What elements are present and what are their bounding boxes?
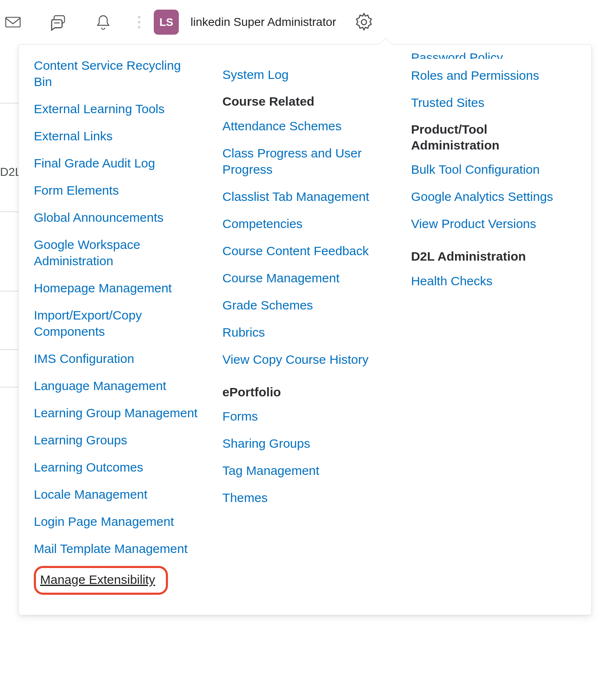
link-health-checks[interactable]: Health Checks: [411, 273, 576, 289]
link-roles-and-permissions[interactable]: Roles and Permissions: [411, 67, 576, 84]
avatar[interactable]: LS: [154, 10, 179, 35]
link-manage-extensibility[interactable]: Manage Extensibility: [40, 571, 155, 588]
link-classlist-tab-management[interactable]: Classlist Tab Management: [222, 188, 387, 205]
admin-col-3: Password Policy Roles and Permissions Tr…: [411, 57, 576, 306]
heading-d2l-admin: D2L Administration: [411, 249, 576, 264]
admin-col-2: System Log Course Related Attendance Sch…: [222, 57, 387, 522]
section-product-tool-admin: Product/Tool Administration Bulk Tool Co…: [411, 122, 576, 232]
heading-eportfolio: ePortfolio: [222, 384, 387, 400]
link-course-content-feedback[interactable]: Course Content Feedback: [222, 243, 387, 259]
link-learning-outcomes[interactable]: Learning Outcomes: [34, 459, 199, 475]
section-eportfolio: ePortfolio Forms Sharing Groups Tag Mana…: [222, 384, 387, 506]
link-view-product-versions[interactable]: View Product Versions: [411, 216, 576, 232]
link-external-links[interactable]: External Links: [34, 128, 199, 144]
username-label[interactable]: linkedin Super Administrator: [191, 15, 336, 29]
background-label: D2L: [0, 165, 18, 179]
svg-point-3: [361, 20, 366, 25]
link-login-page-management[interactable]: Login Page Management: [34, 513, 199, 530]
section-d2l-admin: D2L Administration Health Checks: [411, 249, 576, 289]
heading-course-related: Course Related: [222, 94, 387, 109]
link-google-workspace-administration[interactable]: Google Workspace Administration: [34, 236, 199, 269]
top-bar: LS linkedin Super Administrator: [0, 0, 600, 44]
link-form-elements[interactable]: Form Elements: [34, 182, 199, 198]
link-class-progress-user-progress[interactable]: Class Progress and User Progress: [222, 145, 387, 178]
svg-rect-0: [6, 18, 20, 27]
link-mail-template-management[interactable]: Mail Template Management: [34, 540, 199, 557]
link-google-analytics-settings[interactable]: Google Analytics Settings: [411, 188, 576, 205]
link-global-announcements[interactable]: Global Announcements: [34, 209, 199, 226]
link-competencies[interactable]: Competencies: [222, 216, 387, 232]
admin-tools-panel: Content Service Recycling Bin External L…: [18, 44, 592, 615]
link-forms[interactable]: Forms: [222, 408, 387, 424]
link-grade-schemes[interactable]: Grade Schemes: [222, 297, 387, 313]
link-homepage-management[interactable]: Homepage Management: [34, 280, 199, 296]
link-locale-management[interactable]: Locale Management: [34, 486, 199, 502]
admin-panel-wrapper: D2L Content Service Recycling Bin Extern…: [0, 44, 600, 632]
section-course-related: Course Related Attendance Schemes Class …: [222, 94, 387, 368]
link-language-management[interactable]: Language Management: [34, 378, 199, 394]
link-final-grade-audit-log[interactable]: Final Grade Audit Log: [34, 155, 199, 171]
link-external-learning-tools[interactable]: External Learning Tools: [34, 101, 199, 117]
link-themes[interactable]: Themes: [222, 489, 387, 506]
link-system-log[interactable]: System Log: [222, 66, 387, 83]
highlight-manage-extensibility: Manage Extensibility: [34, 566, 168, 595]
link-learning-groups[interactable]: Learning Groups: [34, 432, 199, 448]
link-import-export-copy-components[interactable]: Import/Export/Copy Components: [34, 307, 199, 340]
settings-gear-icon[interactable]: [352, 10, 376, 34]
notifications-icon[interactable]: [90, 9, 116, 35]
divider-dots-icon: [135, 14, 143, 30]
admin-col-1: Content Service Recycling Bin External L…: [34, 57, 199, 595]
mail-icon[interactable]: [0, 9, 26, 35]
link-view-copy-course-history[interactable]: View Copy Course History: [222, 351, 387, 368]
link-rubrics[interactable]: Rubrics: [222, 324, 387, 340]
link-password-policy-truncated[interactable]: Password Policy: [411, 51, 576, 59]
link-tag-management[interactable]: Tag Management: [222, 462, 387, 479]
link-ims-configuration[interactable]: IMS Configuration: [34, 350, 199, 367]
messages-icon[interactable]: [45, 9, 71, 35]
heading-product-tool-admin: Product/Tool Administration: [411, 122, 576, 153]
link-course-management[interactable]: Course Management: [222, 270, 387, 286]
link-content-service-recycling-bin[interactable]: Content Service Recycling Bin: [34, 57, 199, 90]
link-sharing-groups[interactable]: Sharing Groups: [222, 435, 387, 451]
link-attendance-schemes[interactable]: Attendance Schemes: [222, 118, 387, 134]
link-trusted-sites[interactable]: Trusted Sites: [411, 94, 576, 111]
link-learning-group-management[interactable]: Learning Group Management: [34, 405, 199, 421]
link-bulk-tool-configuration[interactable]: Bulk Tool Configuration: [411, 161, 576, 178]
